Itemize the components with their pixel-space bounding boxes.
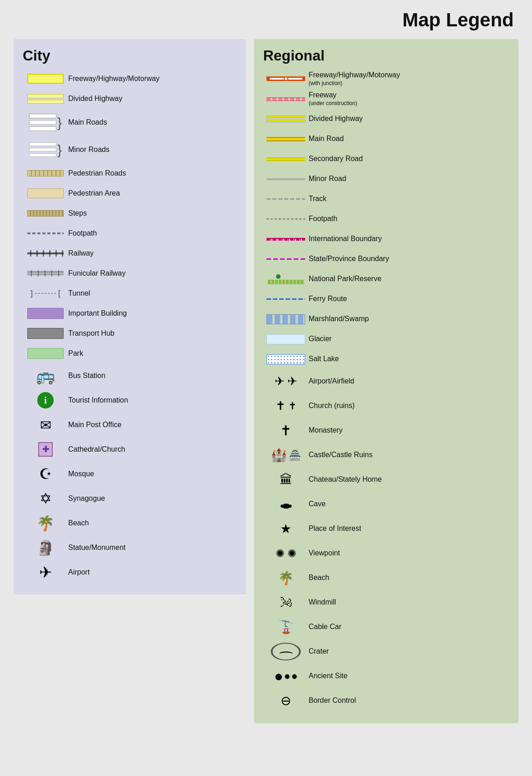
important-bldg-label: Important Building (68, 309, 237, 318)
airport-city-label: Airport (68, 568, 237, 577)
list-item: Minor Road (263, 171, 509, 187)
list-item: Divided Highway (23, 91, 237, 107)
list-item: Transport Hub (23, 325, 237, 342)
beach-city-label: Beach (68, 519, 237, 528)
list-item: Salt Lake (263, 351, 509, 368)
list-item: Funicular Railway (23, 265, 237, 282)
list-item: ⌢ Crater (263, 641, 509, 662)
list-item: 🚡 Cable Car (263, 617, 509, 638)
important-bldg-symbol (23, 308, 68, 319)
list-item: Important Building (23, 305, 237, 322)
monastery-symbol: ✝ (263, 423, 309, 438)
viewpoint-symbol: ✺ ✺ (263, 547, 309, 560)
synagogue-label: Synagogue (68, 494, 237, 504)
intl-boundary-label: International Boundary (309, 234, 509, 244)
list-item: ★ Place of Interest (263, 519, 509, 539)
cable-car-label: Cable Car (309, 622, 509, 632)
bus-station-symbol: 🚌 (23, 367, 68, 385)
city-heading: City (23, 47, 237, 64)
minor-roads-symbol: } (23, 142, 68, 157)
list-item: Footpath (263, 211, 509, 227)
list-item: ✺ ✺ Viewpoint (263, 543, 509, 564)
railway-symbol (23, 250, 68, 257)
list-item: 🏛 Chateau/Stately Home (263, 469, 509, 490)
steps-symbol (23, 210, 68, 217)
div-hwy-reg-label: Divided Highway (309, 114, 509, 124)
beach-reg-label: Beach (309, 573, 509, 583)
list-item: National Park/Reserve (263, 271, 509, 287)
transport-hub-symbol (23, 328, 68, 339)
fw-under-label: Freeway (under construction) (309, 91, 509, 107)
page-title: Map Legend (14, 9, 518, 31)
beach-city-symbol: 🌴 (23, 514, 68, 532)
footpath-city-symbol (23, 232, 68, 234)
list-item: Park (23, 345, 237, 362)
list-item: ✉ Main Post Office (23, 414, 237, 435)
airport-reg-symbol: ✈ ✈ (263, 374, 309, 388)
fw-under-symbol (263, 97, 309, 101)
fw-reg-symbol (263, 75, 309, 82)
chateau-symbol: 🏛 (263, 472, 309, 487)
main-road-reg-symbol (263, 137, 309, 141)
cave-label: Cave (309, 499, 509, 509)
viewpoint-label: Viewpoint (309, 549, 509, 558)
tunnel-label: Tunnel (68, 289, 237, 298)
ferry-label: Ferry Route (309, 294, 509, 304)
tourist-info-symbol: i (23, 392, 68, 408)
divided-hwy-city-symbol (23, 94, 68, 104)
list-item: ✈ Airport (23, 562, 237, 583)
post-office-symbol: ✉ (23, 417, 68, 433)
salt-lake-label: Salt Lake (309, 354, 509, 364)
list-item: ⬤ ⬤ ⬤ Ancient Site (263, 666, 509, 687)
list-item: 🏰 🏯 Castle/Castle Ruins (263, 445, 509, 466)
list-item: Pedestrian Area (23, 185, 237, 202)
regional-panel: Regional Freeway/Highway/Motorway (with … (254, 39, 518, 723)
cave-symbol: 🕳 (263, 497, 309, 512)
list-item: 🌴 Beach (23, 513, 237, 534)
park-symbol (23, 348, 68, 359)
transport-hub-label: Transport Hub (68, 329, 237, 338)
windmill-symbol: 🌬 (263, 595, 309, 610)
list-item: Footpath (23, 225, 237, 242)
minor-road-reg-symbol (263, 178, 309, 180)
list-item: Pedestrian Roads (23, 165, 237, 181)
freeway-city-label: Freeway/Highway/Motorway (68, 74, 237, 84)
list-item: 🌬 Windmill (263, 592, 509, 613)
chateau-label: Chateau/Stately Home (309, 475, 509, 484)
statue-label: Statue/Monument (68, 543, 237, 553)
synagogue-symbol: ✡ (23, 490, 68, 507)
list-item: State/Province Boundary (263, 251, 509, 267)
crater-symbol: ⌢ (263, 643, 309, 660)
freeway-city-symbol (23, 74, 68, 84)
footpath-city-label: Footpath (68, 229, 237, 238)
state-boundary-label: State/Province Boundary (309, 254, 509, 264)
mosque-label: Mosque (68, 469, 237, 479)
list-item: 🌴 Beach (263, 568, 509, 589)
list-item: ✈ ✈ Airport/Airfield (263, 371, 509, 392)
nat-park-symbol (263, 274, 309, 284)
monastery-label: Monastery (309, 426, 509, 435)
list-item: Marshland/Swamp (263, 311, 509, 328)
statue-symbol: 🗿 (23, 539, 68, 556)
ferry-symbol (263, 298, 309, 300)
list-item: Freeway/Highway/Motorway (23, 71, 237, 87)
list-item: Secondary Road (263, 151, 509, 167)
track-label: Track (309, 194, 509, 204)
marshland-label: Marshland/Swamp (309, 314, 509, 324)
ped-area-label: Pedestrian Area (68, 189, 237, 198)
main-road-reg-label: Main Road (309, 134, 509, 144)
fw-reg-label: Freeway/Highway/Motorway (with junction) (309, 71, 509, 87)
castle-label: Castle/Castle Ruins (309, 450, 509, 460)
list-item: International Boundary (263, 231, 509, 247)
list-item: Railway (23, 245, 237, 262)
list-item: ✝ Monastery (263, 420, 509, 441)
list-item: 🕳 Cave (263, 494, 509, 515)
castle-symbol: 🏰 🏯 (263, 448, 309, 463)
minor-roads-label: Minor Roads (68, 145, 237, 155)
beach-reg-symbol: 🌴 (263, 570, 309, 585)
list-item: ✝ ✝ Church (ruins) (263, 396, 509, 417)
list-item: Freeway (under construction) (263, 91, 509, 107)
glacier-label: Glacier (309, 334, 509, 344)
park-label: Park (68, 349, 237, 358)
glacier-symbol (263, 334, 309, 344)
